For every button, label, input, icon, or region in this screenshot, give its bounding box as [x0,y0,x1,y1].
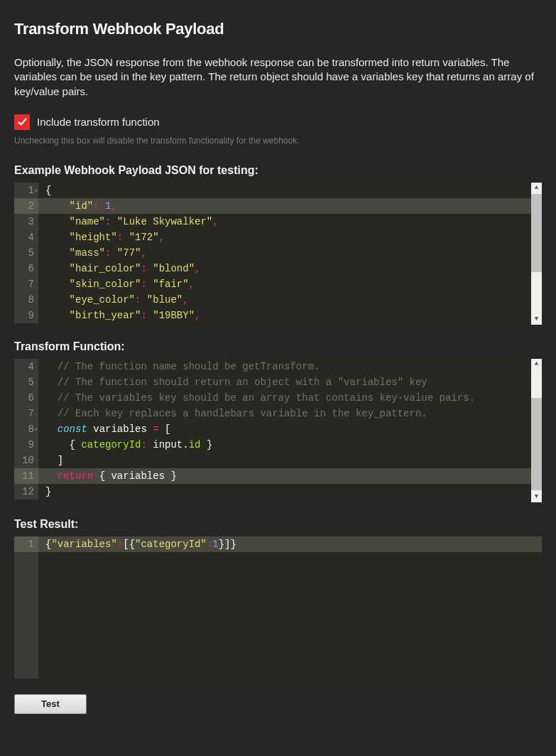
fold-icon[interactable]: v [34,421,38,437]
code-line[interactable]: 8v const variables = [ [14,421,542,437]
scroll-up-icon[interactable]: ▲ [531,183,542,193]
page-title: Transform Webhook Payload [14,20,542,38]
fn-section-label: Transform Function: [14,340,542,353]
code-line[interactable]: 4 "height": "172", [14,230,542,245]
json-editor[interactable]: ▲ ▼ 1v{2 "id": 1,3 "name": "Luke Skywalk… [14,183,542,325]
code-line[interactable]: 5 "mass": "77", [14,245,542,261]
check-icon [17,117,28,127]
test-result-editor[interactable]: 1{"variables":[{"categoryId":1}]} [14,536,542,679]
code-line[interactable]: 7 // Each key replaces a handlebars vari… [14,406,542,421]
code-line[interactable]: 12} [14,484,542,500]
include-transform-hint: Unchecking this box will disable the tra… [14,136,542,146]
code-line[interactable]: 4 // The function name should be getTran… [14,359,542,374]
code-line[interactable]: 5 // The function should return an objec… [14,374,542,390]
code-line[interactable]: 11 return { variables } [14,468,542,484]
code-line[interactable]: 2 "id": 1, [14,198,542,214]
include-transform-label: Include transform function [37,116,160,128]
code-line[interactable]: 1{"variables":[{"categoryId":1}]} [14,536,542,552]
include-transform-checkbox[interactable] [14,114,30,130]
code-line[interactable]: 9 "birth_year": "19BBY", [14,308,542,323]
include-transform-row: Include transform function [14,114,542,130]
code-line[interactable]: 8 "eye_color": "blue", [14,292,542,308]
code-line[interactable]: 6 "hair_color": "blond", [14,261,542,276]
result-section-label: Test Result: [14,518,542,531]
scrollbar-track[interactable]: ▲ ▼ [531,359,542,502]
fold-icon[interactable]: v [34,183,38,198]
transform-function-editor[interactable]: ▲ ▼ 4 // The function name should be get… [14,359,542,502]
scrollbar-thumb[interactable] [531,398,542,490]
code-line[interactable]: 3 "name": "Luke Skywalker", [14,214,542,230]
scroll-down-icon[interactable]: ▼ [531,492,542,502]
code-line[interactable]: 6 // The variables key should be an arra… [14,390,542,406]
scrollbar-track[interactable]: ▲ ▼ [531,183,542,325]
scroll-up-icon[interactable]: ▲ [531,359,542,369]
code-line[interactable]: 10 ] [14,453,542,468]
json-section-label: Example Webhook Payload JSON for testing… [14,164,542,177]
code-line[interactable]: 9 { categoryId: input.id } [14,437,542,453]
scrollbar-thumb[interactable] [531,194,542,272]
code-line[interactable]: 7 "skin_color": "fair", [14,276,542,292]
description-text: Optionally, the JSON response from the w… [14,55,542,99]
scroll-down-icon[interactable]: ▼ [531,314,542,325]
test-button[interactable]: Test [14,694,87,714]
code-line[interactable]: 1v{ [14,183,542,198]
